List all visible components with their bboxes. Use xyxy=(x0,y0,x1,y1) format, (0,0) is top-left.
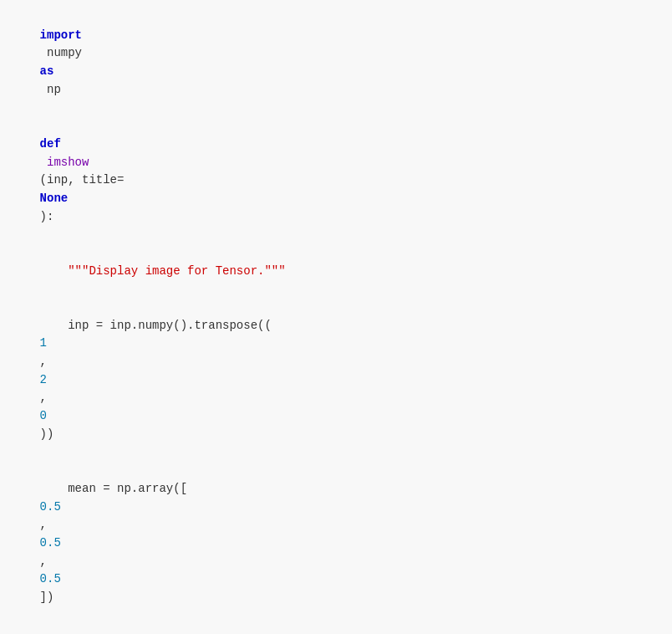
keyword-none: None xyxy=(40,192,69,205)
keyword-def: def xyxy=(40,137,61,151)
function-name: imshow xyxy=(40,156,89,169)
keyword-import: import xyxy=(40,28,82,42)
code-line-6: std = np.array([ 0.5 , 0.5 , 0.5 ]) xyxy=(12,625,660,634)
code-line-3: """Display image for Tensor.""" xyxy=(12,244,660,299)
code-line-5: mean = np.array([ 0.5 , 0.5 , 0.5 ]) xyxy=(12,462,660,625)
docstring: """Display image for Tensor.""" xyxy=(40,264,286,278)
code-line-2: def imshow (inp, title= None ): xyxy=(12,117,660,244)
code-line-1: import numpy as np xyxy=(12,8,660,117)
code-line-4: inp = inp.numpy().transpose(( 1 , 2 , 0 … xyxy=(12,299,660,462)
keyword-as: as xyxy=(40,64,54,78)
code-section: import numpy as np def imshow (inp, titl… xyxy=(0,0,672,634)
